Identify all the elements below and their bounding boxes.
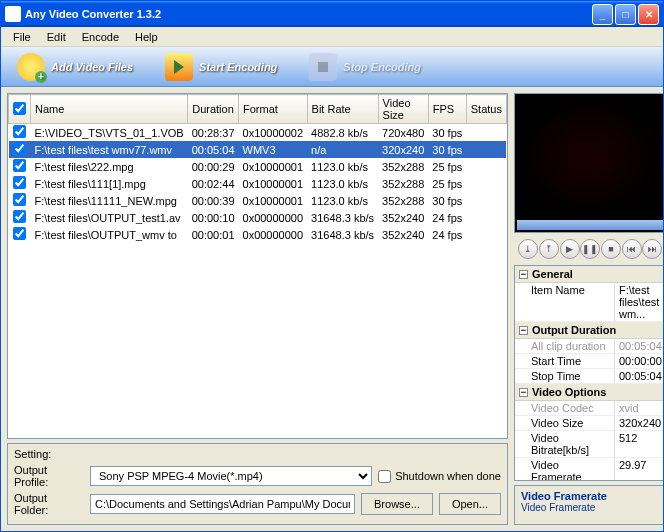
app-window: Any Video Converter 1.3.2 _ □ ✕ File Edi…	[0, 0, 664, 532]
cell-bitrate: 1123.0 kb/s	[307, 158, 378, 175]
prop-row[interactable]: All clip duration00:05:04	[515, 339, 663, 354]
cell-bitrate: 31648.3 kb/s	[307, 226, 378, 243]
cell-name: F:\test files\OUTPUT_wmv to	[31, 226, 188, 243]
cell-format: 0x00000000	[239, 226, 308, 243]
preview-panel	[514, 93, 663, 233]
prop-row[interactable]: Video Framerate29.97	[515, 458, 663, 481]
prop-value[interactable]: F:\test files\test wm...	[615, 283, 663, 321]
row-check[interactable]	[13, 142, 26, 155]
col-name[interactable]: Name	[31, 95, 188, 124]
minimize-button[interactable]: _	[592, 4, 613, 25]
table-row[interactable]: F:\test files\11111_NEW.mpg00:00:390x100…	[9, 192, 507, 209]
cell-fps: 24 fps	[428, 226, 466, 243]
main-area: Name Duration Format Bit Rate Video Size…	[1, 87, 663, 531]
prop-value[interactable]: xvid	[615, 401, 663, 415]
table-row[interactable]: F:\test files\111[1].mpg00:02:440x100000…	[9, 175, 507, 192]
col-duration[interactable]: Duration	[188, 95, 239, 124]
cell-duration: 00:00:10	[188, 209, 239, 226]
prop-value[interactable]: 29.97	[615, 458, 663, 481]
collapse-icon[interactable]: −	[519, 270, 528, 279]
row-check[interactable]	[13, 159, 26, 172]
prop-value[interactable]: 320x240	[615, 416, 663, 430]
stop-encoding-button[interactable]: Stop Encoding	[301, 49, 429, 85]
output-folder-input[interactable]	[90, 494, 355, 514]
cell-fps: 24 fps	[428, 209, 466, 226]
col-status[interactable]: Status	[466, 95, 506, 124]
prop-value[interactable]: 00:05:04	[615, 339, 663, 353]
menu-edit[interactable]: Edit	[39, 29, 74, 45]
prop-row[interactable]: Item NameF:\test files\test wm...	[515, 283, 663, 322]
cell-videosize: 720x480	[378, 124, 428, 142]
open-button[interactable]: Open...	[439, 493, 501, 515]
prop-row[interactable]: Video Codecxvid	[515, 401, 663, 416]
prop-group-header[interactable]: −Output Duration	[515, 322, 663, 339]
pause-button[interactable]: ❚❚	[580, 239, 600, 259]
prop-row[interactable]: Start Time00:00:00	[515, 354, 663, 369]
properties-panel[interactable]: −GeneralItem NameF:\test files\test wm..…	[514, 265, 663, 481]
prop-group-header[interactable]: −Video Options	[515, 384, 663, 401]
start-encoding-button[interactable]: Start Encoding	[157, 49, 285, 85]
menu-help[interactable]: Help	[127, 29, 166, 45]
app-icon	[5, 6, 21, 22]
prop-key: Stop Time	[515, 369, 615, 383]
shutdown-checkbox[interactable]: Shutdown when done	[378, 470, 501, 483]
settings-heading: Setting:	[14, 448, 501, 460]
property-description: Video Framerate Video Framerate	[514, 485, 663, 525]
prop-key: Video Size	[515, 416, 615, 430]
prop-key: Video Framerate	[515, 458, 615, 481]
prop-row[interactable]: Video Bitrate[kb/s]512	[515, 431, 663, 458]
add-video-files-button[interactable]: Add Video Files	[9, 49, 141, 85]
next-button[interactable]: ⏭	[642, 239, 662, 259]
menubar: File Edit Encode Help	[1, 27, 663, 47]
col-fps[interactable]: FPS	[428, 95, 466, 124]
mark-out-button[interactable]: ⤒	[539, 239, 559, 259]
file-grid[interactable]: Name Duration Format Bit Rate Video Size…	[7, 93, 508, 439]
cell-fps: 30 fps	[428, 141, 466, 158]
output-profile-select[interactable]: Sony PSP MPEG-4 Movie(*.mp4)	[90, 466, 372, 486]
prev-button[interactable]: ⏮	[622, 239, 642, 259]
col-format[interactable]: Format	[239, 95, 308, 124]
prop-row[interactable]: Stop Time00:05:04	[515, 369, 663, 384]
table-row[interactable]: F:\test files\OUTPUT_test1.av00:00:100x0…	[9, 209, 507, 226]
col-bitrate[interactable]: Bit Rate	[307, 95, 378, 124]
stop-button[interactable]: ■	[601, 239, 621, 259]
prop-value[interactable]: 512	[615, 431, 663, 457]
table-row[interactable]: F:\test files\OUTPUT_wmv to00:00:010x000…	[9, 226, 507, 243]
prop-value[interactable]: 00:05:04	[615, 369, 663, 383]
row-check[interactable]	[13, 176, 26, 189]
menu-encode[interactable]: Encode	[74, 29, 127, 45]
cell-videosize: 320x240	[378, 141, 428, 158]
row-check[interactable]	[13, 193, 26, 206]
left-pane: Name Duration Format Bit Rate Video Size…	[7, 93, 508, 525]
titlebar: Any Video Converter 1.3.2 _ □ ✕	[1, 1, 663, 27]
menu-file[interactable]: File	[5, 29, 39, 45]
prop-key: Video Bitrate[kb/s]	[515, 431, 615, 457]
prop-key: Start Time	[515, 354, 615, 368]
table-row[interactable]: E:\VIDEO_TS\VTS_01_1.VOB00:28:370x100000…	[9, 124, 507, 142]
video-preview[interactable]	[515, 94, 663, 218]
row-check[interactable]	[13, 210, 26, 223]
play-button[interactable]: ▶	[560, 239, 580, 259]
row-check[interactable]	[13, 227, 26, 240]
cell-bitrate: n/a	[307, 141, 378, 158]
prop-value[interactable]: 00:00:00	[615, 354, 663, 368]
output-folder-label: Output Folder:	[14, 492, 84, 516]
cell-fps: 30 fps	[428, 124, 466, 142]
table-row[interactable]: F:\test files\test wmv77.wmv00:05:04WMV3…	[9, 141, 507, 158]
maximize-button[interactable]: □	[615, 4, 636, 25]
row-check[interactable]	[13, 125, 26, 138]
col-videosize[interactable]: Video Size	[378, 95, 428, 124]
seek-bar[interactable]	[517, 220, 663, 230]
prop-group-header[interactable]: −General	[515, 266, 663, 283]
prop-row[interactable]: Video Size320x240	[515, 416, 663, 431]
cell-duration: 00:28:37	[188, 124, 239, 142]
mark-in-button[interactable]: ⤓	[518, 239, 538, 259]
collapse-icon[interactable]: −	[519, 326, 528, 335]
collapse-icon[interactable]: −	[519, 388, 528, 397]
table-row[interactable]: F:\test files\222.mpg00:00:290x100000011…	[9, 158, 507, 175]
check-all[interactable]	[13, 102, 26, 115]
browse-button[interactable]: Browse...	[361, 493, 433, 515]
cell-name: F:\test files\222.mpg	[31, 158, 188, 175]
col-check[interactable]	[9, 95, 31, 124]
close-button[interactable]: ✕	[638, 4, 659, 25]
